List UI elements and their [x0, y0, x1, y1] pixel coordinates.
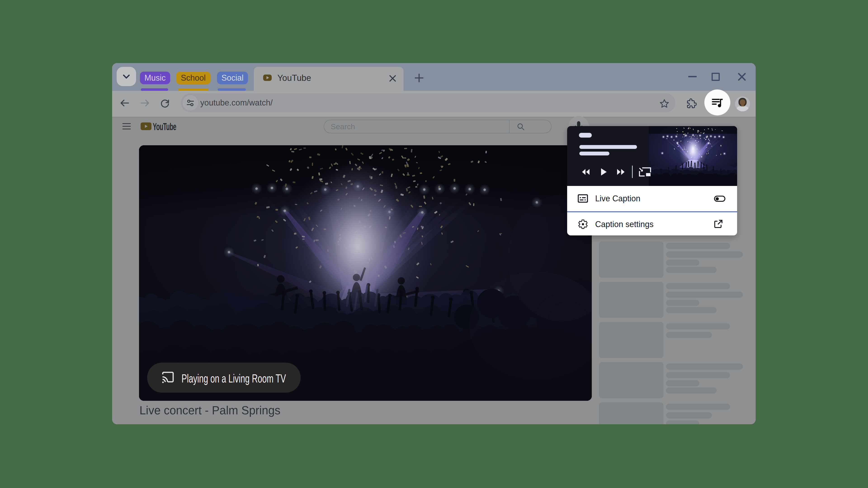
svg-text:Playing on a Living Room TV: Playing on a Living Room TV — [182, 372, 286, 385]
